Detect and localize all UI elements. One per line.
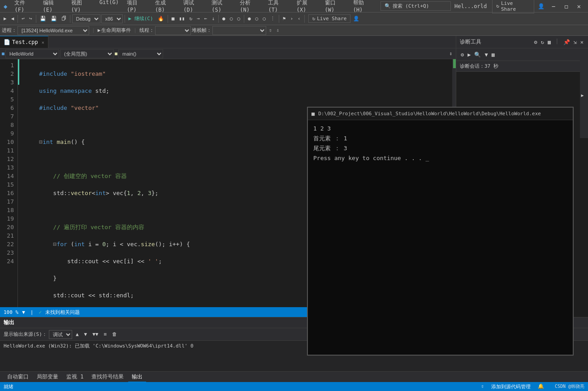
diag-icon-2[interactable]: ▶ — [467, 51, 471, 59]
separator-6 — [218, 15, 219, 23]
toolbar-icon-1[interactable]: ▶ — [2, 15, 9, 22]
panel-icons: ⚙ ↻ ▩ | 📌 ⇲ ✕ — [533, 38, 584, 46]
scope-dropdown[interactable]: (全局范围) — [60, 49, 114, 58]
expand-button[interactable]: ⇕ — [447, 50, 454, 57]
toolbar-icon-e[interactable]: › — [288, 15, 295, 22]
continue-button[interactable]: ▶ 继续(C) — [127, 14, 155, 23]
toolbar-debug-5[interactable]: ← — [203, 15, 209, 22]
toolbar-icon-c[interactable]: ○ — [261, 15, 268, 22]
toolbar-debug-7[interactable]: ● — [220, 15, 227, 22]
menu-edit[interactable]: 编辑(E) — [39, 0, 67, 14]
pin-icon[interactable]: 📌 — [562, 38, 571, 46]
search-box[interactable]: 🔍 搜索 (Ctrl+Q) — [380, 1, 451, 11]
minimize-button[interactable]: − — [548, 3, 559, 10]
separator-debug: | — [92, 27, 95, 33]
close-button[interactable]: ✕ — [574, 3, 584, 10]
output-btn-2[interactable]: ▼ — [82, 330, 89, 338]
side-icon-1[interactable]: ▶ — [580, 93, 585, 98]
toolbar-debug-9[interactable]: ○ — [235, 15, 242, 22]
close-panel-icon[interactable]: ✕ — [579, 38, 584, 46]
menu-project[interactable]: 项目(P) — [123, 0, 151, 14]
output-btn-3[interactable]: ▼▼ — [91, 330, 100, 338]
status-bar: 就绪 ⇧ 添加到源代码管理 🔔 CSDN @韩骁亮 — [0, 382, 588, 391]
menu-file[interactable]: 文件(F) — [11, 0, 38, 14]
active-tab[interactable]: 📄 Test.cpp ✕ — [0, 36, 48, 48]
tab-auto-window[interactable]: 自动窗口 — [4, 372, 32, 382]
title-bar: ◆ 文件(F) 编辑(E) 视图(V) Git(G) 项目(P) 生成(B) 调… — [0, 0, 588, 13]
menu-view[interactable]: 视图(V) — [68, 0, 95, 14]
settings-icon[interactable]: ⚙ — [533, 38, 538, 46]
window-title: Hel...orld — [454, 3, 487, 9]
toolbar-debug-1[interactable]: ■ — [170, 15, 177, 22]
tab-watch1[interactable]: 监视 1 — [63, 372, 87, 382]
toolbar-debug-4[interactable]: → — [195, 15, 202, 22]
toolbar-icon-g[interactable]: 👤 — [351, 15, 361, 22]
function-dropdown[interactable]: main() — [118, 49, 163, 58]
toolbar-debug-2[interactable]: ▮▮ — [177, 15, 186, 22]
menu-tools[interactable]: 工具(T) — [264, 0, 292, 14]
zoom-level[interactable]: 100 % — [4, 309, 18, 315]
undo-button[interactable]: ↩ — [20, 15, 26, 22]
tab-local-vars[interactable]: 局部变量 — [33, 372, 62, 382]
float-icon[interactable]: ⇲ — [573, 38, 578, 46]
platform-dropdown[interactable]: x86 — [101, 14, 123, 23]
refresh-icon[interactable]: ↻ — [540, 38, 545, 46]
bookmark-icon[interactable]: ⚑ — [281, 15, 288, 22]
live-share-tb-label: Live Share — [317, 16, 346, 22]
separator-7 — [244, 15, 244, 23]
save-all-icon[interactable]: 💾 — [49, 15, 59, 22]
chart-icon[interactable]: ▩ — [547, 38, 552, 46]
toolbar-debug-3[interactable]: ↻ — [188, 15, 195, 22]
diag-icon-4[interactable]: ▼ — [484, 51, 489, 59]
zoom-dropdown-icon[interactable]: ▼ — [22, 309, 25, 315]
notification-icon[interactable]: 🔔 — [538, 383, 544, 390]
tab-close-button[interactable]: ✕ — [42, 40, 44, 45]
debug-up[interactable]: ⇧ — [267, 26, 274, 34]
toolbar-debug-8[interactable]: ○ — [228, 15, 235, 22]
live-share-icon: ↻ — [496, 3, 499, 9]
menu-build[interactable]: 生成(B) — [151, 0, 179, 14]
toolbar-icon-b[interactable]: ○ — [254, 15, 260, 22]
line-numbers: 12345 678910 1112131415 1617181920 21222… — [0, 59, 18, 307]
live-share-button[interactable]: ↻ Live Share — [492, 0, 534, 13]
process-dropdown[interactable]: [13524] HelloWorld.exe — [17, 26, 89, 35]
menu-window[interactable]: 窗口(W) — [321, 0, 349, 14]
bottom-tabs: 自动窗口 局部变量 监视 1 查找符号结果 输出 — [0, 371, 588, 382]
toolbar-icon-a[interactable]: ● — [246, 15, 253, 22]
menu-extensions[interactable]: 扩展(X) — [293, 0, 320, 14]
diag-icon-1[interactable]: ⚙ — [460, 51, 465, 59]
tab-find-symbol[interactable]: 查找符号结果 — [88, 372, 127, 382]
tab-output[interactable]: 输出 — [128, 372, 146, 382]
thread-dropdown[interactable] — [155, 26, 191, 35]
toolbar-icon-d[interactable]: ⋮ — [268, 15, 277, 22]
debug-config-dropdown[interactable]: Debug — [72, 14, 100, 23]
menu-analyze[interactable]: 分析(N) — [236, 0, 264, 14]
menu-git[interactable]: Git(G) — [96, 0, 122, 14]
debug-down[interactable]: ⇩ — [275, 26, 281, 34]
toolbar-icon-f[interactable]: ‹ — [296, 15, 303, 22]
output-source-dropdown[interactable]: 调试 — [49, 330, 72, 339]
separator-1 — [17, 15, 18, 23]
diag-icon-5[interactable]: ▩ — [491, 51, 496, 59]
add-source-control[interactable]: 添加到源代码管理 — [491, 383, 531, 390]
separator-status: | — [30, 309, 34, 315]
save-icon[interactable]: 💾 — [38, 15, 48, 22]
output-title: 输出 — [4, 319, 14, 326]
callstack-dropdown[interactable] — [212, 26, 266, 35]
toolbar-live-share[interactable]: ↻ Live Share — [308, 14, 351, 23]
title-bar-right: 🔍 搜索 (Ctrl+Q) Hel...orld ↻ Live Share 👤 … — [380, 0, 584, 13]
redo-button[interactable]: ↪ — [27, 15, 34, 22]
output-btn-4[interactable]: ≡ — [102, 330, 108, 338]
output-btn-1[interactable]: ▲ — [74, 330, 81, 338]
maximize-button[interactable]: ◻ — [561, 3, 571, 10]
output-btn-5[interactable]: 🗑 — [110, 330, 119, 338]
diag-icon-3[interactable]: 🔍 — [473, 51, 482, 59]
menu-help[interactable]: 帮助(H) — [350, 0, 377, 14]
toolbar-debug-6[interactable]: ↓ — [210, 15, 216, 22]
live-share-label: Live Share — [501, 0, 530, 12]
menu-test[interactable]: 测试(S) — [208, 0, 235, 14]
file-dropdown[interactable]: HelloWorld — [5, 49, 59, 58]
toolbar-icon-3[interactable]: 🗍 — [60, 15, 68, 22]
menu-debug[interactable]: 调试(D) — [180, 0, 207, 14]
toolbar-icon-2[interactable]: ◀ — [9, 15, 16, 22]
